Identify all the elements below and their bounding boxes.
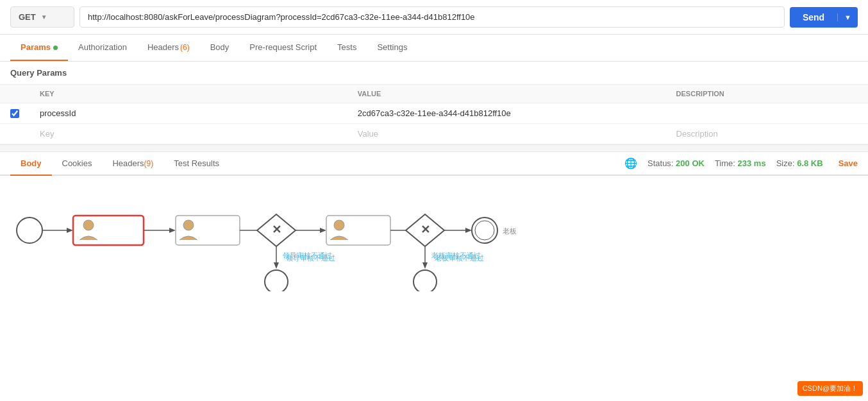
method-label: GET: [19, 12, 36, 22]
placeholder-key[interactable]: Key: [29, 124, 347, 144]
params-dot: [53, 46, 58, 50]
tab-body[interactable]: Body: [200, 35, 240, 61]
tab-headers[interactable]: Headers(6): [137, 35, 200, 61]
response-tab-body[interactable]: Body: [10, 152, 52, 176]
gateway-1-x: ✕: [272, 223, 281, 236]
row-key-cell: processId: [29, 103, 347, 124]
task-1-box[interactable]: [73, 216, 144, 245]
reject-end-1: [265, 270, 288, 291]
row-value-cell: 2cd67ca3-c32e-11ee-a344-d41b812ff10e: [347, 103, 666, 124]
flow-arrowhead-6: [465, 228, 472, 233]
col-check: [0, 85, 29, 103]
row-checkbox[interactable]: [10, 109, 19, 118]
method-select[interactable]: GET ▼: [10, 6, 74, 28]
status-label: Status: 200 OK: [647, 158, 705, 168]
request-bar: GET ▼ Send ▼: [0, 0, 868, 35]
diagram-area: ✕ ✕ 领导审核不通过 老板审核不通过: [0, 176, 868, 304]
reject-label-1-text: 领导审核不通过: [283, 252, 332, 259]
flow-arrowhead-2: [169, 228, 176, 233]
task-2-person-head: [183, 220, 194, 230]
reject-arrowhead-2: [422, 262, 428, 269]
end-label: 老板: [503, 227, 517, 235]
tab-tests[interactable]: Tests: [327, 35, 367, 61]
headers-badge: (6): [180, 43, 190, 52]
tab-prerequest[interactable]: Pre-request Script: [239, 35, 327, 61]
col-desc: DESCRIPTION: [666, 85, 868, 103]
method-chevron-icon: ▼: [41, 13, 47, 21]
table-row: processId 2cd67ca3-c32e-11ee-a344-d41b81…: [0, 103, 868, 124]
gateway-2-x: ✕: [421, 223, 430, 236]
response-tab-headers[interactable]: Headers(9): [102, 152, 163, 176]
time-label: Time: 233 ms: [715, 158, 766, 168]
save-response-link[interactable]: Save: [833, 158, 858, 168]
process-diagram: ✕ ✕ 领导审核不通过 老板审核不通过: [10, 189, 523, 291]
response-tab-test-results[interactable]: Test Results: [163, 152, 230, 176]
end-event-inner: [475, 221, 494, 240]
url-input[interactable]: [79, 6, 785, 28]
section-divider: [0, 144, 868, 152]
size-value: 6.8 KB: [797, 158, 822, 168]
placeholder-value[interactable]: Value: [347, 124, 666, 144]
send-button[interactable]: Send ▼: [790, 7, 858, 28]
table-row-placeholder: Key Value Description: [0, 124, 868, 144]
flow-arrowhead-1: [67, 228, 73, 233]
start-event: [17, 218, 42, 243]
task-2-box[interactable]: [176, 216, 240, 245]
resp-headers-badge: (9): [144, 159, 154, 168]
response-status-area: 🌐 Status: 200 OK Time: 233 ms Size: 6.8 …: [624, 157, 858, 169]
send-label: Send: [790, 12, 837, 22]
tab-params[interactable]: Params: [10, 35, 68, 61]
reject-label-2-text: 老板审核不通过: [431, 252, 481, 259]
row-desc-cell: [666, 103, 868, 124]
col-key: KEY: [29, 85, 347, 103]
col-value: VALUE: [347, 85, 666, 103]
size-label: Size: 6.8 KB: [776, 158, 823, 168]
status-value: 200 OK: [676, 158, 705, 168]
flow-arrowhead-4: [320, 228, 326, 233]
reject-end-2: [413, 270, 437, 291]
response-tab-cookies[interactable]: Cookies: [52, 152, 103, 176]
row-check-cell: [0, 103, 29, 124]
request-tabs-bar: Params Authorization Headers(6) Body Pre…: [0, 35, 868, 62]
placeholder-desc[interactable]: Description: [666, 124, 868, 144]
tab-authorization[interactable]: Authorization: [68, 35, 137, 61]
tab-settings[interactable]: Settings: [367, 35, 417, 61]
send-dropdown-icon[interactable]: ▼: [837, 13, 858, 21]
task-3-box[interactable]: [326, 216, 390, 245]
globe-icon[interactable]: 🌐: [624, 157, 637, 169]
task-3-person-head: [334, 220, 344, 230]
time-value: 233 ms: [738, 158, 766, 168]
query-params-title: Query Params: [0, 62, 868, 84]
task-1-person-head: [83, 220, 94, 230]
params-table: KEY VALUE DESCRIPTION processId 2cd67ca3…: [0, 84, 868, 144]
response-tabs-bar: Body Cookies Headers(9) Test Results 🌐 S…: [0, 152, 868, 176]
reject-arrowhead-1: [274, 262, 279, 269]
